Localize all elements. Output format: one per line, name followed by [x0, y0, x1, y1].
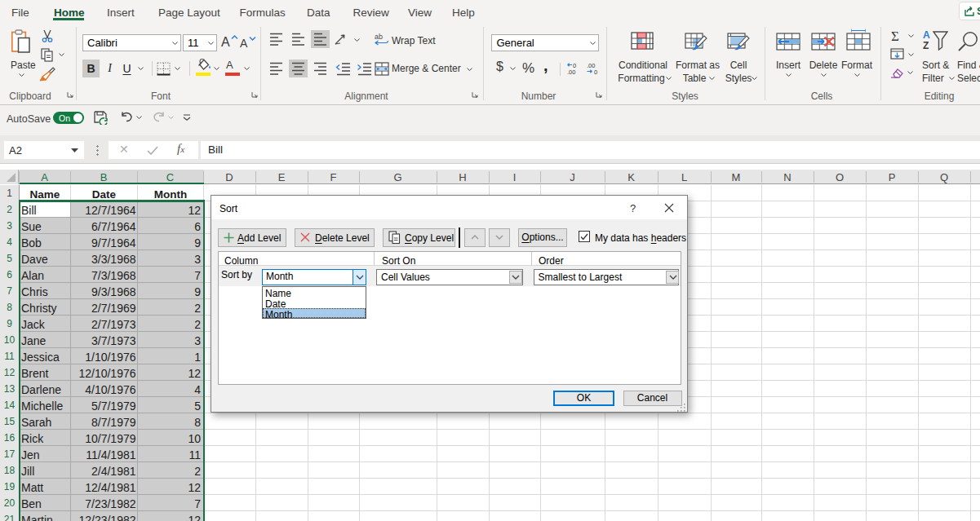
svg-text:ab: ab [375, 33, 383, 41]
svg-text:0: 0 [594, 68, 597, 75]
svg-text:.00: .00 [567, 68, 575, 75]
